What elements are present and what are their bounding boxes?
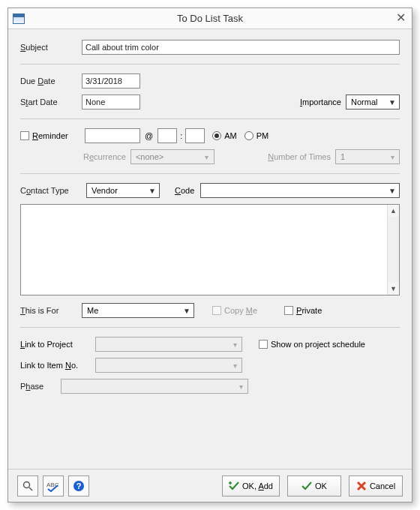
private-label: Private	[296, 306, 322, 315]
svg-text:?: ?	[76, 482, 82, 490]
bottom-toolbar: ABC ? OK, Add OK Cancel	[8, 469, 412, 502]
number-of-times-value: 1	[340, 152, 345, 161]
separator	[20, 173, 400, 174]
chevron-down-icon: ▾	[230, 362, 240, 370]
reminder-date-input[interactable]	[85, 128, 140, 143]
show-project-checkbox[interactable]	[259, 340, 268, 349]
check-plus-icon	[229, 481, 239, 491]
cancel-icon	[356, 481, 367, 491]
pm-label: PM	[256, 131, 269, 140]
cancel-button[interactable]: Cancel	[349, 476, 403, 496]
recurrence-dropdown: <none> ▾	[130, 149, 214, 164]
notes-textarea[interactable]: ▲ ▼	[20, 204, 400, 296]
svg-line-1	[29, 488, 32, 490]
code-dropdown[interactable]: ▼	[200, 183, 400, 198]
contact-type-dropdown[interactable]: Vendor ▼	[86, 183, 160, 198]
link-item-label: Link to Item No.	[20, 361, 95, 370]
link-project-label: Link to Project	[20, 340, 95, 349]
search-button[interactable]	[17, 476, 38, 496]
recurrence-value: <none>	[136, 152, 164, 161]
search-icon	[22, 480, 34, 492]
subject-input[interactable]	[82, 40, 400, 55]
due-date-input[interactable]	[82, 74, 140, 88]
ok-add-button[interactable]: OK, Add	[222, 476, 280, 496]
chevron-down-icon: ▾	[230, 340, 240, 349]
close-icon[interactable]: ✕	[396, 11, 406, 25]
code-label: Code	[175, 186, 194, 195]
separator	[20, 327, 400, 328]
scroll-down-icon[interactable]: ▼	[388, 283, 399, 295]
check-icon	[302, 481, 312, 491]
link-project-dropdown[interactable]: ▾	[95, 337, 242, 352]
this-is-for-dropdown[interactable]: Me ▼	[82, 303, 194, 318]
chevron-down-icon: ▼	[182, 307, 192, 315]
this-is-for-value: Me	[87, 306, 98, 315]
time-colon: :	[180, 131, 182, 140]
chevron-down-icon: ▾	[387, 153, 398, 161]
svg-point-0	[24, 482, 30, 488]
start-date-input[interactable]	[82, 94, 140, 110]
copy-me-checkbox	[212, 306, 221, 315]
due-date-label: Due Date	[20, 76, 82, 86]
chevron-down-icon: ▼	[147, 187, 158, 195]
separator	[20, 118, 400, 119]
at-symbol: @	[145, 131, 153, 140]
phase-dropdown[interactable]: ▾	[61, 379, 248, 394]
chevron-down-icon: ▾	[202, 153, 212, 161]
start-date-label: Start Date	[20, 98, 82, 106]
reminder-minute-input[interactable]	[185, 128, 205, 143]
subject-label: Subject	[20, 43, 82, 52]
show-project-label: Show on project schedule	[271, 340, 365, 349]
importance-value: Normal	[351, 98, 377, 106]
spellcheck-icon: ABC	[46, 480, 60, 492]
chevron-down-icon: ▾	[236, 382, 246, 391]
pm-radio[interactable]	[244, 131, 254, 140]
private-checkbox[interactable]	[284, 306, 293, 315]
chevron-down-icon: ▼	[387, 187, 398, 195]
titlebar: To Do List Task ✕	[8, 8, 412, 29]
number-of-times-label: Number of Times	[268, 152, 331, 161]
window-title: To Do List Task	[8, 13, 412, 24]
importance-dropdown[interactable]: Normal ▼	[346, 94, 400, 110]
importance-label: Importance	[300, 98, 341, 106]
help-button[interactable]: ?	[68, 476, 89, 496]
help-icon: ?	[73, 480, 85, 492]
scroll-up-icon[interactable]: ▲	[388, 205, 399, 217]
reminder-label: Reminder	[32, 131, 80, 140]
link-item-dropdown[interactable]: ▾	[95, 358, 242, 373]
reminder-checkbox[interactable]	[20, 131, 29, 140]
contact-type-label: Contact Type	[20, 186, 86, 195]
contact-type-value: Vendor	[92, 186, 118, 195]
separator	[20, 64, 400, 64]
spellcheck-button[interactable]: ABC	[43, 476, 64, 496]
content-area: Subject Due Date Start Date Importance N…	[8, 29, 412, 407]
this-is-for-label: This is For	[20, 306, 82, 315]
reminder-hour-input[interactable]	[158, 128, 177, 143]
chevron-down-icon: ▼	[387, 98, 398, 106]
scroll-track[interactable]	[388, 217, 399, 283]
ok-button[interactable]: OK	[287, 476, 341, 496]
copy-me-label: Copy Me	[224, 306, 257, 315]
recurrence-label: Recurrence	[83, 152, 126, 161]
am-label: AM	[224, 131, 237, 140]
number-of-times-dropdown: 1 ▾	[335, 149, 400, 164]
todo-task-dialog: To Do List Task ✕ Subject Due Date Start…	[8, 8, 412, 502]
scrollbar[interactable]: ▲ ▼	[387, 205, 399, 295]
am-radio[interactable]	[212, 131, 221, 140]
